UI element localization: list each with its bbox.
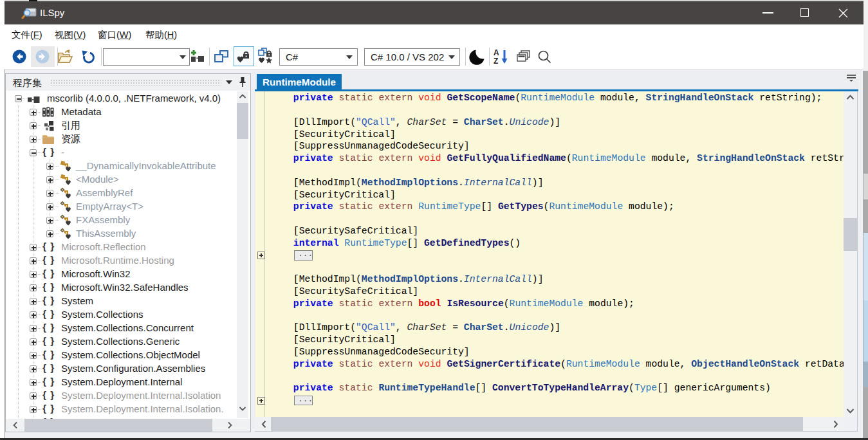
svg-text:Z: Z [494,57,498,65]
